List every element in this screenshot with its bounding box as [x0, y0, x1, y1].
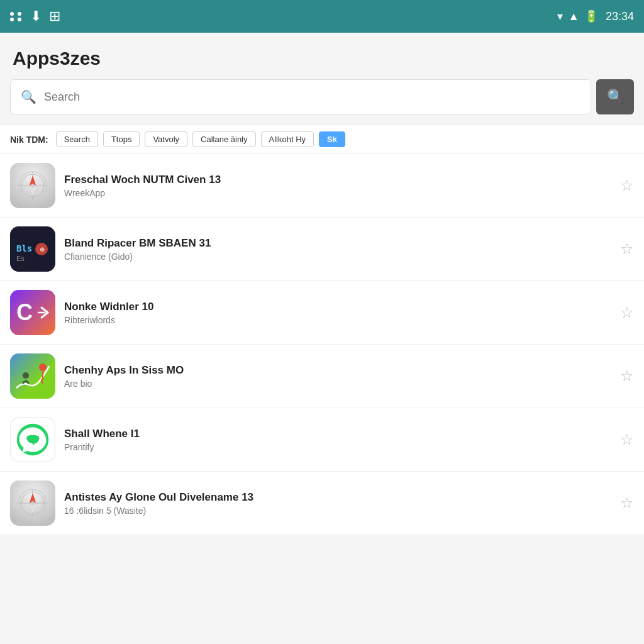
grid-icon: ⊞	[49, 8, 60, 25]
filter-tag-sk[interactable]: Sk	[319, 131, 345, 147]
signal-icon: ▲	[568, 10, 579, 23]
star-5[interactable]: ☆	[620, 431, 634, 448]
app-icon-3: C	[10, 290, 55, 335]
search-input[interactable]	[44, 91, 580, 104]
app-name-2: Bland Ripacer BM SBAEN 31	[64, 237, 611, 250]
search-button[interactable]: 🔍	[596, 79, 634, 114]
app-header: Apps3zes	[0, 33, 644, 79]
app-info-5: Shall Whene I1 Prantify	[64, 428, 611, 452]
download-icon: ⬇	[30, 8, 42, 25]
app-subtitle-5: Prantify	[64, 442, 611, 452]
filter-tag-callane[interactable]: Callane äinly	[192, 131, 255, 147]
status-time: 23:34	[606, 10, 634, 23]
star-4[interactable]: ☆	[620, 367, 634, 385]
search-box[interactable]: 🔍	[10, 79, 591, 114]
dots-icon	[10, 12, 23, 21]
app-subtitle-4: Are bio	[64, 379, 611, 389]
filter-row: Nik TDM: Search Ttops Vatvoly Callane äi…	[0, 125, 644, 154]
app-subtitle-3: Ribteriwlords	[64, 315, 611, 325]
app-name-6: Antistes Ay Glone Oul Divelename 13	[64, 491, 611, 504]
app-subtitle-1: WreekApp	[64, 188, 611, 198]
star-3[interactable]: ☆	[620, 304, 634, 321]
svg-text:Bls: Bls	[16, 243, 32, 253]
app-info-4: Chenhy Aps In Siss MO Are bio	[64, 364, 611, 389]
app-info-1: Freschal Woch NUTM Civen 13 WreekApp	[64, 174, 611, 198]
app-info-3: Nonke Widnler 10 Ribteriwlords	[64, 301, 611, 325]
status-bar-left: ⬇ ⊞	[10, 8, 60, 25]
app-name-1: Freschal Woch NUTM Civen 13	[64, 174, 611, 186]
svg-text:⊕: ⊕	[40, 246, 45, 253]
list-item[interactable]: Freschal Woch NUTM Civen 13 WreekApp ☆	[0, 154, 644, 218]
svg-point-16	[39, 364, 47, 371]
app-info-6: Antistes Ay Glone Oul Divelename 13 16 :…	[64, 491, 611, 516]
list-item[interactable]: Chenhy Aps In Siss MO Are bio ☆	[0, 345, 644, 408]
star-2[interactable]: ☆	[620, 240, 634, 258]
status-bar-right: ▾ ▲ 🔋 23:34	[557, 9, 634, 23]
svg-point-27	[31, 501, 35, 505]
filter-tag-allkoht[interactable]: Allkoht Hy	[261, 131, 314, 147]
list-item[interactable]: Antistes Ay Glone Oul Divelename 13 16 :…	[0, 472, 644, 535]
app-name-5: Shall Whene I1	[64, 428, 611, 440]
filter-tag-search[interactable]: Search	[56, 131, 98, 147]
status-bar: ⬇ ⊞ ▾ ▲ 🔋 23:34	[0, 0, 644, 33]
wifi-icon: ▾	[557, 9, 563, 23]
filter-label: Nik TDM:	[10, 135, 48, 145]
search-button-icon: 🔍	[607, 89, 624, 105]
app-name-3: Nonke Widnler 10	[64, 301, 611, 313]
battery-icon: 🔋	[584, 9, 598, 23]
app-icon-5	[10, 417, 55, 462]
svg-rect-15	[10, 353, 55, 399]
app-icon-1	[10, 163, 55, 208]
svg-point-7	[31, 184, 35, 187]
svg-point-17	[23, 372, 29, 379]
filter-tag-ttops[interactable]: Ttops	[103, 131, 140, 147]
app-list: Freschal Woch NUTM Civen 13 WreekApp ☆ B…	[0, 154, 644, 535]
list-item[interactable]: Shall Whene I1 Prantify ☆	[0, 408, 644, 472]
list-item[interactable]: C Nonke Widnler 10 Ribteriwlords ☆	[0, 281, 644, 345]
star-1[interactable]: ☆	[620, 177, 634, 194]
filter-tag-vatvoly[interactable]: Vatvoly	[145, 131, 187, 147]
app-name-4: Chenhy Aps In Siss MO	[64, 364, 611, 377]
list-item[interactable]: Bls Es ⊕ Bland Ripacer BM SBAEN 31 Cfian…	[0, 218, 644, 281]
app-icon-4	[10, 353, 55, 399]
app-info-2: Bland Ripacer BM SBAEN 31 Cfianience (Gi…	[64, 237, 611, 262]
search-box-icon: 🔍	[21, 89, 36, 104]
app-title: Apps3zes	[13, 48, 631, 69]
app-subtitle-6: 16 :6lidsin 5 (Wasite)	[64, 506, 611, 516]
app-icon-2: Bls Es ⊕	[10, 226, 55, 272]
svg-text:Es: Es	[16, 255, 25, 262]
app-subtitle-2: Cfianience (Gido)	[64, 252, 611, 262]
svg-text:C: C	[16, 299, 33, 325]
star-6[interactable]: ☆	[620, 494, 634, 512]
search-container: 🔍 🔍	[0, 79, 644, 125]
app-icon-6	[10, 480, 55, 526]
